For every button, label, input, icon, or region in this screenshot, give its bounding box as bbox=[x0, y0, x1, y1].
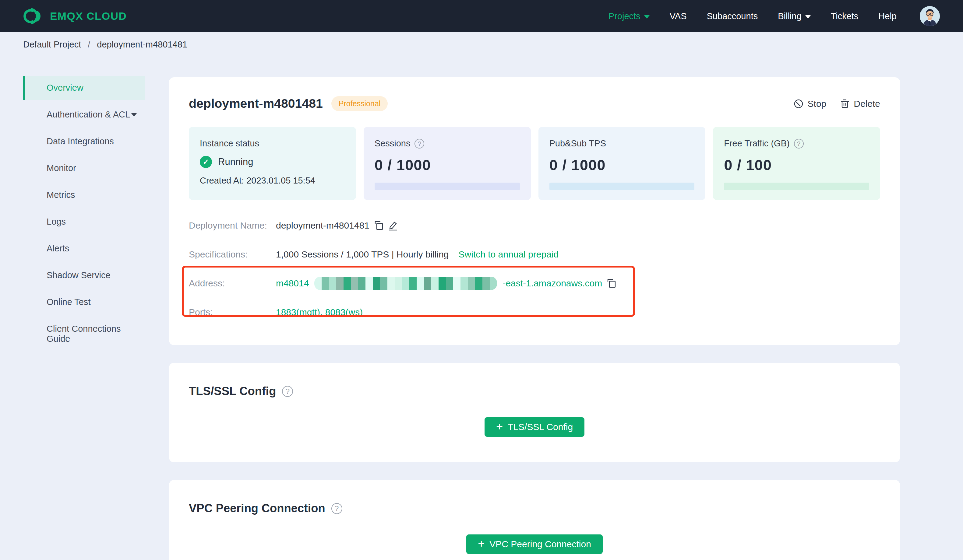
redaction-block bbox=[424, 277, 431, 290]
status-text: Running bbox=[218, 157, 253, 167]
address-redaction bbox=[314, 277, 497, 290]
stat-card-sessions: Sessions 0 / 1000 bbox=[364, 127, 531, 200]
copy-icon[interactable] bbox=[374, 220, 383, 231]
breadcrumb-current: deployment-m4801481 bbox=[97, 40, 187, 50]
tps-progressbar bbox=[550, 183, 695, 190]
delete-button[interactable]: Delete bbox=[840, 99, 880, 109]
deployment-details: Deployment Name: deployment-m4801481 bbox=[189, 219, 880, 319]
stat-card-instance-status: Instance status ✓ Running Created At: 20… bbox=[189, 127, 356, 200]
brand-name: EMQX CLOUD bbox=[50, 10, 127, 22]
sidebar-item-client-connections-guide[interactable]: Client Connections Guide bbox=[23, 317, 145, 351]
deployment-name-value: deployment-m4801481 bbox=[276, 220, 370, 231]
chevron-down-icon bbox=[644, 15, 650, 19]
sidebar-item-shadow-service[interactable]: Shadow Service bbox=[23, 263, 145, 287]
traffic-progressbar bbox=[724, 183, 869, 190]
breadcrumb-separator: / bbox=[88, 40, 90, 50]
deployment-title: deployment-m4801481 bbox=[189, 97, 323, 111]
specifications-row: Specifications: 1,000 Sessions / 1,000 T… bbox=[189, 248, 880, 261]
tls-ssl-card: TLS/SSL Config + TLS/SSL Config bbox=[169, 363, 900, 462]
redaction-block bbox=[475, 277, 482, 290]
stop-icon bbox=[794, 99, 803, 108]
redaction-block bbox=[460, 277, 468, 290]
copy-icon[interactable] bbox=[607, 278, 616, 288]
stat-card-free-traffic: Free Traffic (GB) 0 / 100 bbox=[713, 127, 880, 200]
redaction-block bbox=[322, 277, 329, 290]
chevron-down-icon bbox=[131, 113, 137, 117]
add-vpc-peering-button[interactable]: + VPC Peering Connection bbox=[466, 534, 603, 554]
address-prefix: m48014 bbox=[276, 278, 309, 288]
redaction-block bbox=[365, 277, 373, 290]
redaction-block bbox=[446, 277, 453, 290]
nav-item-projects[interactable]: Projects bbox=[608, 11, 650, 21]
sidebar-item-monitor[interactable]: Monitor bbox=[23, 156, 145, 180]
add-tls-ssl-config-button[interactable]: + TLS/SSL Config bbox=[485, 417, 584, 437]
switch-annual-prepaid-link[interactable]: Switch to annual prepaid bbox=[459, 249, 559, 260]
traffic-value: 0 / 100 bbox=[724, 157, 869, 173]
plus-icon: + bbox=[496, 420, 503, 433]
redaction-block bbox=[409, 277, 417, 290]
vpc-peering-card: VPC Peering Connection + VPC Peering Con… bbox=[169, 480, 900, 560]
redaction-block bbox=[490, 277, 497, 290]
sessions-progressbar bbox=[374, 183, 520, 190]
nav-links: Projects VAS Subaccounts Billing Tickets… bbox=[608, 6, 940, 26]
redaction-block bbox=[439, 277, 446, 290]
stats-row: Instance status ✓ Running Created At: 20… bbox=[189, 127, 880, 200]
redaction-block bbox=[380, 277, 387, 290]
stat-card-pubsub-tps: Pub&Sub TPS 0 / 1000 bbox=[538, 127, 706, 200]
redaction-block bbox=[453, 277, 460, 290]
redaction-block bbox=[351, 277, 358, 290]
help-icon[interactable] bbox=[331, 503, 342, 514]
vpc-section-title: VPC Peering Connection bbox=[189, 502, 325, 515]
sidebar-item-overview[interactable]: Overview bbox=[23, 76, 145, 100]
sidebar-item-authentication-acl[interactable]: Authentication & ACL bbox=[23, 103, 145, 126]
trash-icon bbox=[840, 99, 850, 108]
breadcrumb-project[interactable]: Default Project bbox=[23, 40, 81, 50]
sidebar-item-alerts[interactable]: Alerts bbox=[23, 236, 145, 261]
address-row: Address: m48014 -east-1.amazonaws.com bbox=[189, 277, 880, 290]
created-at-text: Created At: 2023.01.05 15:54 bbox=[200, 176, 345, 186]
sidebar: Overview Authentication & ACL Data Integ… bbox=[23, 76, 145, 560]
redaction-block bbox=[329, 277, 336, 290]
emqx-logo-icon bbox=[22, 7, 43, 25]
sidebar-item-data-integrations[interactable]: Data Integrations bbox=[23, 129, 145, 154]
nav-item-billing[interactable]: Billing bbox=[778, 11, 811, 21]
redaction-block bbox=[482, 277, 490, 290]
breadcrumb: Default Project / deployment-m4801481 bbox=[0, 32, 963, 56]
deployment-name-row: Deployment Name: deployment-m4801481 bbox=[189, 219, 880, 232]
main-content: deployment-m4801481 Professional Stop bbox=[169, 77, 900, 560]
help-icon[interactable] bbox=[794, 139, 804, 149]
edit-icon[interactable] bbox=[388, 220, 398, 231]
redaction-block bbox=[387, 277, 395, 290]
user-avatar[interactable] bbox=[920, 6, 940, 26]
redaction-block bbox=[336, 277, 344, 290]
deployment-overview-card: deployment-m4801481 Professional Stop bbox=[169, 77, 900, 345]
redaction-block bbox=[431, 277, 439, 290]
plus-icon: + bbox=[478, 537, 485, 550]
brand-logo[interactable]: EMQX CLOUD bbox=[22, 7, 127, 25]
nav-item-tickets[interactable]: Tickets bbox=[831, 11, 859, 21]
redaction-block bbox=[373, 277, 380, 290]
check-circle-icon: ✓ bbox=[200, 156, 212, 168]
chevron-down-icon bbox=[805, 15, 811, 19]
plan-badge: Professional bbox=[331, 96, 388, 111]
redaction-block bbox=[344, 277, 351, 290]
nav-item-help[interactable]: Help bbox=[878, 11, 897, 21]
tps-value: 0 / 1000 bbox=[550, 157, 695, 173]
redaction-block bbox=[417, 277, 424, 290]
nav-item-subaccounts[interactable]: Subaccounts bbox=[707, 11, 758, 21]
sidebar-item-logs[interactable]: Logs bbox=[23, 210, 145, 234]
redaction-block bbox=[395, 277, 402, 290]
help-icon[interactable] bbox=[282, 386, 293, 397]
help-icon[interactable] bbox=[415, 139, 424, 149]
top-navbar: EMQX CLOUD Projects VAS Subaccounts Bill… bbox=[0, 0, 963, 32]
sidebar-item-online-test[interactable]: Online Test bbox=[23, 290, 145, 314]
stop-button[interactable]: Stop bbox=[794, 99, 827, 109]
sessions-value: 0 / 1000 bbox=[374, 157, 520, 173]
ports-value: 1883(mqtt), 8083(ws) bbox=[276, 307, 363, 317]
nav-item-vas[interactable]: VAS bbox=[670, 11, 687, 21]
ports-row: Ports: 1883(mqtt), 8083(ws) bbox=[189, 306, 880, 319]
redaction-block bbox=[314, 277, 322, 290]
redaction-block bbox=[402, 277, 409, 290]
sidebar-item-metrics[interactable]: Metrics bbox=[23, 183, 145, 207]
address-suffix: -east-1.amazonaws.com bbox=[503, 278, 602, 288]
